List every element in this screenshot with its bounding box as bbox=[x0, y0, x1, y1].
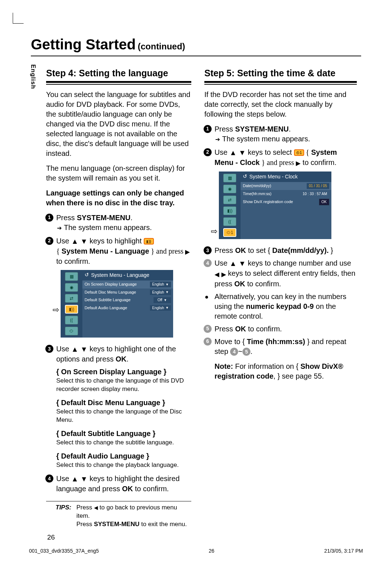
osd-clock-val-2: OK bbox=[319, 199, 329, 205]
osd-clock-label-1: Time(hh:mm:ss) bbox=[243, 191, 271, 197]
bullet-1-icon: 1 bbox=[204, 125, 212, 133]
step4-heading: Step 4: Setting the language bbox=[46, 67, 191, 80]
footer-timestamp: 21/3/05, 3:17 PM bbox=[324, 548, 363, 554]
osd-ico-io: ⇄ bbox=[65, 294, 78, 303]
step4-2b: keys to highlight bbox=[87, 237, 144, 245]
step5-6d: ~ bbox=[238, 347, 242, 355]
down-arrow-icon bbox=[238, 148, 246, 158]
step4-1-sub: The system menu appears. bbox=[56, 223, 191, 233]
osd-clock-title: System Menu - Clock bbox=[241, 171, 331, 182]
step5-4d: OK bbox=[234, 280, 245, 288]
bullet-6-icon: 6 bbox=[204, 338, 212, 346]
osd-ico-clock: ⏲ bbox=[65, 327, 78, 335]
step5-1b: SYSTEM-MENU bbox=[235, 125, 289, 133]
step5-4e: to confirm. bbox=[245, 280, 281, 288]
osd-lang-label-0: On Screen Display Language bbox=[85, 282, 137, 287]
curly-close2: } and press bbox=[260, 158, 296, 166]
footer-line: 001_033_dvdr3355_37A_eng5 26 21/3/05, 3:… bbox=[29, 548, 363, 554]
tips-block: TIPS: Press to go back to previous menu … bbox=[46, 501, 191, 533]
step5-2b: keys to select bbox=[246, 148, 294, 156]
up-arrow-icon bbox=[71, 474, 78, 484]
option-1-desc: Select this to change the language of th… bbox=[56, 377, 191, 393]
step5-5b: OK bbox=[235, 325, 246, 333]
step4-para3: Language settings can only be changed wh… bbox=[46, 188, 191, 208]
osd-lang-row-0: On Screen Display Language English▼ bbox=[82, 280, 173, 288]
tips-2b: SYSTEM-MENU bbox=[94, 521, 140, 528]
step4-1c: . bbox=[130, 214, 132, 222]
osd-clock-label-0: Date(mm/dd/yy) bbox=[243, 183, 271, 189]
step4-4a: Use bbox=[56, 475, 71, 483]
osd-pointer-icon: ⇨ bbox=[211, 226, 217, 237]
step5-3b: OK bbox=[235, 246, 246, 254]
step5-item6: 6 Move to { Time (hh:mm:ss) } and repeat… bbox=[204, 337, 357, 356]
bullet-4-icon: 4 bbox=[45, 475, 53, 483]
osd-lang-val-1: English▼ bbox=[150, 290, 171, 295]
right-arrow-icon bbox=[296, 158, 301, 168]
footer-center: 26 bbox=[99, 548, 324, 554]
step5-2f: to confirm. bbox=[301, 158, 336, 166]
osd-clock-row-2: Show DivX registration code OK bbox=[241, 198, 331, 206]
down-arrow-icon bbox=[80, 237, 87, 246]
osd-lang-label-2: Default Subtitle Language bbox=[85, 297, 131, 303]
up-arrow-icon bbox=[71, 237, 78, 246]
bullet-3-icon: 3 bbox=[204, 246, 212, 254]
step5-2a: Use bbox=[215, 148, 229, 156]
step4-2a: Use bbox=[56, 237, 71, 245]
step5-4b: keys to change number and use bbox=[246, 259, 351, 267]
step5-heading: Step 5: Setting the time & date bbox=[204, 67, 357, 80]
osd-left-icons: ▦ ◉ ⇄ ▮)) (( ⏲1 bbox=[219, 171, 241, 239]
right-arrow-icon bbox=[221, 269, 226, 279]
dropdown-icon: ▼ bbox=[164, 298, 167, 302]
right-arrow-icon bbox=[185, 247, 190, 257]
option-3: { Default Subtitle Language } Select thi… bbox=[46, 429, 191, 447]
osd-lang-label-1: Default Disc Menu Language bbox=[85, 290, 136, 295]
option-4: { Default Audio Language } Select this t… bbox=[46, 451, 191, 469]
inline-bullet-5-icon: 5 bbox=[242, 348, 250, 356]
step4-item2: 2 Use keys to highlight ▮)) { System Men… bbox=[46, 236, 191, 266]
step4-1b: SYSTEM-MENU bbox=[77, 214, 131, 222]
step5-item3: 3 Press OK to set { Date(mm/dd/yy). } bbox=[204, 246, 357, 255]
step5-note: Note: For information on { Show DivX® re… bbox=[204, 362, 357, 381]
note-b: For information on { bbox=[233, 362, 301, 370]
step4-3d: . bbox=[126, 355, 128, 363]
option-2: { Default Disc Menu Language } Select th… bbox=[46, 398, 191, 424]
tips-label: TIPS: bbox=[56, 504, 71, 529]
osd-clock-menu: ⇨ ▦ ◉ ⇄ ▮)) (( ⏲1 System Menu - Clock Da… bbox=[219, 171, 331, 239]
osd-language-menu: ⇨ ▦ ◉ ⇄ ▮)) (( ⏲ System Menu - Language … bbox=[61, 270, 173, 338]
option-3-title: { Default Subtitle Language } bbox=[56, 429, 191, 439]
step4-1a: Press bbox=[56, 214, 77, 222]
step5-item5: 5 Press OK to confirm. bbox=[204, 324, 357, 334]
step5-3d: Date(mm/dd/yy). bbox=[272, 246, 329, 254]
title-rule bbox=[31, 56, 361, 56]
tips-2c: to exit the menu. bbox=[139, 521, 187, 528]
step4-2f: to confirm. bbox=[56, 257, 90, 265]
step5-6e: . bbox=[250, 347, 253, 355]
option-1: { On Screen Display Language } Select th… bbox=[46, 367, 191, 393]
bullet-2-icon: 2 bbox=[45, 237, 53, 245]
osd-ico-disc: ◉ bbox=[65, 283, 78, 292]
osd-ico-io: ⇄ bbox=[223, 195, 236, 204]
option-2-title: { Default Disc Menu Language } bbox=[56, 398, 191, 408]
down-arrow-icon bbox=[80, 474, 87, 484]
option-2-desc: Select this to change the language of th… bbox=[56, 408, 191, 424]
step5-3a: Press bbox=[215, 246, 235, 254]
crop-mark bbox=[13, 13, 24, 24]
note-a: Note: bbox=[215, 362, 233, 370]
clock-menu-icon: ⏲1 bbox=[294, 149, 304, 156]
option-4-title: { Default Audio Language } bbox=[56, 451, 191, 461]
title-main: Getting Started bbox=[31, 36, 136, 52]
step5-item4: 4 Use keys to change number and use keys… bbox=[204, 258, 357, 288]
osd-clock-label-2: Show DivX registration code bbox=[243, 199, 293, 205]
osd-lang-val-2: Off▼ bbox=[154, 297, 171, 303]
osd-clock-val-1: 10 : 33 : 57 AM bbox=[301, 191, 329, 197]
step5-5c: to confirm. bbox=[246, 325, 282, 333]
step5-1-sub: The system menu appears. bbox=[215, 134, 357, 144]
language-menu-icon: ▮)) bbox=[144, 238, 154, 245]
bullet-1-icon: 1 bbox=[45, 214, 53, 222]
up-arrow-icon bbox=[229, 148, 237, 158]
step4-3c: OK bbox=[115, 355, 126, 363]
step4-item1: 1 Press SYSTEM-MENU. The system menu app… bbox=[46, 213, 191, 233]
step5-1c: . bbox=[289, 125, 291, 133]
down-arrow-icon bbox=[80, 344, 87, 354]
inline-bullet-4-icon: 4 bbox=[230, 348, 238, 356]
